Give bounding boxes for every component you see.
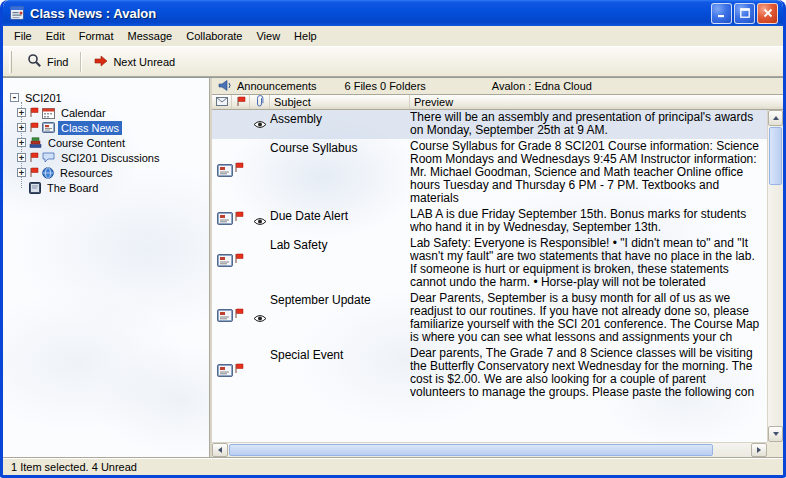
tree-root-label[interactable]: SCI201 [22, 91, 65, 105]
server-account: Avalon : Edna Cloud [492, 80, 592, 92]
find-label: Find [47, 56, 68, 68]
tree-children: + Calendar + [15, 105, 209, 195]
discussions-icon [42, 152, 55, 163]
tree-item-calendar[interactable]: + Calendar [15, 105, 209, 120]
tree-item-sci201-discussions[interactable]: + SCI201 Discussions [15, 150, 209, 165]
toolbar: Find Next Unread [3, 46, 783, 77]
unread-flag-icon [29, 122, 39, 133]
tree-item-label[interactable]: Course Content [45, 136, 128, 150]
message-icon [217, 364, 235, 382]
tree-item-the-board[interactable]: The Board [15, 180, 209, 195]
column-headers: Subject Preview [212, 95, 783, 110]
vertical-scrollbar[interactable] [767, 110, 783, 442]
vertical-scroll-thumb[interactable] [769, 127, 782, 185]
tree-item-class-news[interactable]: + Class News [15, 120, 209, 135]
expand-box[interactable]: + [17, 153, 26, 162]
tree-item-label[interactable]: Resources [57, 166, 116, 180]
expand-box[interactable]: + [17, 123, 26, 132]
collapse-box[interactable]: - [10, 93, 19, 102]
scroll-down-button[interactable] [768, 426, 783, 442]
message-preview: Dear Parents, September is a busy month … [410, 292, 767, 344]
tree-root-sci201[interactable]: - SCI201 [10, 90, 209, 105]
message-list: Assembly There will be an assembly and p… [212, 110, 767, 442]
scroll-right-button[interactable] [751, 443, 767, 457]
toolbar-gripper [9, 51, 12, 73]
title-bar: Class News : Avalon [3, 0, 783, 26]
unread-flag-icon [234, 250, 244, 268]
message-subject[interactable]: Course Syllabus [270, 140, 410, 205]
message-icon [217, 254, 235, 272]
file-folder-count: 6 Files 0 Folders [345, 80, 426, 92]
minimize-button[interactable] [711, 3, 732, 24]
tree-item-course-content[interactable]: + Course Content [15, 135, 209, 150]
scroll-left-button[interactable] [212, 443, 228, 457]
main-area: - SCI201 + Calendar [3, 77, 783, 457]
menu-bar: File Edit Format Message Collaborate Vie… [3, 26, 783, 46]
menu-help[interactable]: Help [287, 28, 324, 44]
unread-flag-icon [234, 360, 244, 378]
find-button[interactable]: Find [18, 50, 77, 73]
menu-view[interactable]: View [249, 28, 287, 44]
message-subject[interactable]: Lab Safety [270, 237, 410, 289]
message-preview: Dear parents, The Grade 7 and 8 Science … [410, 347, 767, 399]
message-row-special-event[interactable]: Special Event Dear parents, The Grade 7 … [212, 346, 767, 401]
eye-icon [253, 115, 267, 133]
message-row-due-date-alert[interactable]: Due Date Alert LAB A is due Friday Septe… [212, 207, 767, 236]
unread-flag-icon [234, 305, 244, 323]
horizontal-scroll-thumb[interactable] [229, 444, 713, 456]
eye-icon [253, 212, 267, 230]
tree-item-label-selected[interactable]: Class News [58, 121, 122, 135]
tree-item-resources[interactable]: + Resources [15, 165, 209, 180]
next-unread-button[interactable]: Next Unread [85, 52, 184, 72]
folder-tree: - SCI201 + Calendar [3, 78, 209, 195]
column-header-flag[interactable] [232, 95, 250, 109]
unread-flag-icon [29, 107, 39, 118]
menu-file[interactable]: File [7, 28, 39, 44]
menu-format[interactable]: Format [72, 28, 121, 44]
tree-item-label[interactable]: Calendar [58, 106, 109, 120]
magnifier-icon [27, 53, 42, 70]
vertical-scroll-track[interactable] [768, 186, 783, 426]
folder-tree-pane: - SCI201 + Calendar [3, 78, 209, 457]
column-header-subject[interactable]: Subject [270, 95, 410, 109]
message-row-lab-safety[interactable]: Lab Safety Lab Safety: Everyone is Respo… [212, 236, 767, 291]
scrollbar-corner [767, 442, 783, 457]
unread-flag-icon [234, 159, 244, 177]
window-title: Class News : Avalon [30, 6, 711, 21]
message-row-course-syllabus[interactable]: Course Syllabus Course Syllabus for Grad… [212, 139, 767, 207]
megaphone-icon [218, 80, 232, 93]
app-window: Class News : Avalon File Edit Format Mes… [0, 0, 786, 478]
unread-flag-icon [234, 208, 244, 226]
column-header-status[interactable] [212, 95, 232, 109]
tree-item-label[interactable]: The Board [44, 181, 101, 195]
message-icon [217, 309, 235, 327]
message-icon [217, 212, 235, 230]
message-subject[interactable]: Assembly [270, 111, 410, 137]
message-row-september-update[interactable]: September Update Dear Parents, September… [212, 291, 767, 346]
expand-box[interactable]: + [17, 168, 26, 177]
tree-item-label[interactable]: SCI201 Discussions [58, 151, 162, 165]
menu-message[interactable]: Message [121, 28, 180, 44]
horizontal-scroll-track[interactable] [714, 443, 751, 457]
window-icon [9, 5, 25, 21]
message-preview: LAB A is due Friday September 15th. Bonu… [410, 208, 767, 234]
maximize-button[interactable] [734, 3, 755, 24]
message-subject[interactable]: Special Event [270, 347, 410, 399]
status-bar: 1 Item selected. 4 Unread [3, 457, 783, 475]
next-unread-label: Next Unread [113, 56, 175, 68]
menu-collaborate[interactable]: Collaborate [179, 28, 249, 44]
menu-edit[interactable]: Edit [39, 28, 72, 44]
envelope-icon [216, 96, 228, 108]
column-header-preview[interactable]: Preview [410, 95, 783, 109]
expand-box[interactable]: + [17, 138, 26, 147]
column-header-attachment[interactable] [250, 95, 270, 109]
horizontal-scrollbar[interactable] [212, 442, 767, 457]
expand-box[interactable]: + [17, 108, 26, 117]
close-button[interactable] [757, 3, 778, 24]
message-subject[interactable]: September Update [270, 292, 410, 344]
message-subject[interactable]: Due Date Alert [270, 208, 410, 234]
conference-title: Announcements [237, 80, 317, 92]
scroll-up-button[interactable] [768, 110, 783, 126]
message-row-assembly[interactable]: Assembly There will be an assembly and p… [212, 110, 767, 139]
message-preview: Lab Safety: Everyone is Responsible! • "… [410, 237, 767, 289]
